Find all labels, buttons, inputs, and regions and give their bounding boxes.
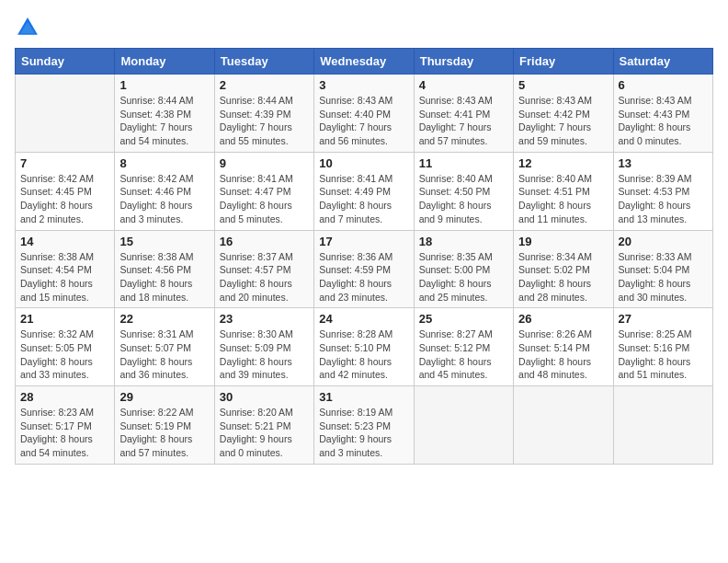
calendar-cell	[414, 386, 513, 465]
day-info: Sunrise: 8:27 AM Sunset: 5:12 PM Dayligh…	[419, 327, 508, 382]
calendar-cell: 7Sunrise: 8:42 AM Sunset: 4:45 PM Daylig…	[16, 152, 115, 230]
calendar-cell: 26Sunrise: 8:26 AM Sunset: 5:14 PM Dayli…	[514, 308, 613, 386]
logo-icon	[15, 15, 40, 40]
calendar-cell: 3Sunrise: 8:43 AM Sunset: 4:40 PM Daylig…	[314, 75, 414, 153]
day-info: Sunrise: 8:44 AM Sunset: 4:39 PM Dayligh…	[220, 94, 309, 148]
day-number: 4	[419, 78, 508, 92]
day-number: 13	[619, 156, 708, 170]
day-number: 26	[518, 312, 608, 326]
calendar-week-row: 14Sunrise: 8:38 AM Sunset: 4:54 PM Dayli…	[16, 230, 713, 308]
page-header	[15, 15, 713, 40]
calendar-cell: 8Sunrise: 8:42 AM Sunset: 4:46 PM Daylig…	[115, 152, 214, 230]
day-number: 9	[220, 156, 309, 170]
day-of-week-header: Monday	[115, 49, 214, 75]
day-number: 6	[619, 78, 708, 92]
calendar-cell	[16, 75, 115, 153]
calendar-cell: 2Sunrise: 8:44 AM Sunset: 4:39 PM Daylig…	[214, 75, 313, 153]
day-info: Sunrise: 8:23 AM Sunset: 5:17 PM Dayligh…	[20, 406, 109, 460]
day-info: Sunrise: 8:43 AM Sunset: 4:42 PM Dayligh…	[518, 94, 608, 148]
day-number: 30	[220, 390, 309, 404]
day-info: Sunrise: 8:33 AM Sunset: 5:04 PM Dayligh…	[619, 250, 708, 304]
day-info: Sunrise: 8:31 AM Sunset: 5:07 PM Dayligh…	[119, 327, 209, 382]
calendar-body: 1Sunrise: 8:44 AM Sunset: 4:38 PM Daylig…	[16, 75, 713, 465]
day-info: Sunrise: 8:41 AM Sunset: 4:49 PM Dayligh…	[319, 172, 408, 226]
calendar-cell: 23Sunrise: 8:30 AM Sunset: 5:09 PM Dayli…	[214, 308, 313, 386]
day-number: 2	[220, 78, 309, 92]
calendar-cell: 25Sunrise: 8:27 AM Sunset: 5:12 PM Dayli…	[414, 308, 513, 386]
calendar-cell: 9Sunrise: 8:41 AM Sunset: 4:47 PM Daylig…	[214, 152, 313, 230]
day-of-week-header: Friday	[514, 49, 613, 75]
calendar-cell: 14Sunrise: 8:38 AM Sunset: 4:54 PM Dayli…	[16, 230, 115, 308]
day-info: Sunrise: 8:37 AM Sunset: 4:57 PM Dayligh…	[220, 250, 309, 304]
day-info: Sunrise: 8:43 AM Sunset: 4:40 PM Dayligh…	[319, 94, 408, 148]
day-number: 20	[619, 235, 708, 248]
day-of-week-header: Saturday	[613, 49, 712, 75]
day-number: 14	[20, 235, 109, 248]
calendar-cell: 24Sunrise: 8:28 AM Sunset: 5:10 PM Dayli…	[314, 308, 414, 386]
day-info: Sunrise: 8:40 AM Sunset: 4:50 PM Dayligh…	[419, 172, 508, 226]
day-number: 22	[119, 312, 209, 326]
calendar-cell: 19Sunrise: 8:34 AM Sunset: 5:02 PM Dayli…	[514, 230, 613, 308]
day-info: Sunrise: 8:22 AM Sunset: 5:19 PM Dayligh…	[119, 406, 209, 460]
calendar-cell	[514, 386, 613, 465]
calendar-cell: 10Sunrise: 8:41 AM Sunset: 4:49 PM Dayli…	[314, 152, 414, 230]
day-number: 31	[319, 390, 408, 404]
day-info: Sunrise: 8:30 AM Sunset: 5:09 PM Dayligh…	[220, 327, 309, 382]
calendar-cell: 12Sunrise: 8:40 AM Sunset: 4:51 PM Dayli…	[514, 152, 613, 230]
day-info: Sunrise: 8:44 AM Sunset: 4:38 PM Dayligh…	[119, 94, 209, 148]
calendar-table: SundayMondayTuesdayWednesdayThursdayFrid…	[15, 48, 713, 465]
calendar-cell: 17Sunrise: 8:36 AM Sunset: 4:59 PM Dayli…	[314, 230, 414, 308]
calendar-cell: 15Sunrise: 8:38 AM Sunset: 4:56 PM Dayli…	[115, 230, 214, 308]
day-of-week-header: Wednesday	[314, 49, 414, 75]
calendar-cell: 4Sunrise: 8:43 AM Sunset: 4:41 PM Daylig…	[414, 75, 513, 153]
day-number: 10	[319, 156, 408, 170]
day-info: Sunrise: 8:41 AM Sunset: 4:47 PM Dayligh…	[220, 172, 309, 226]
day-number: 28	[20, 390, 109, 404]
day-info: Sunrise: 8:19 AM Sunset: 5:23 PM Dayligh…	[319, 406, 408, 460]
day-number: 12	[518, 156, 608, 170]
calendar-cell: 31Sunrise: 8:19 AM Sunset: 5:23 PM Dayli…	[314, 386, 414, 465]
day-number: 16	[220, 235, 309, 248]
day-info: Sunrise: 8:20 AM Sunset: 5:21 PM Dayligh…	[220, 406, 309, 460]
day-number: 27	[619, 312, 708, 326]
calendar-cell: 21Sunrise: 8:32 AM Sunset: 5:05 PM Dayli…	[16, 308, 115, 386]
calendar-cell: 20Sunrise: 8:33 AM Sunset: 5:04 PM Dayli…	[613, 230, 712, 308]
day-info: Sunrise: 8:34 AM Sunset: 5:02 PM Dayligh…	[518, 250, 608, 304]
day-of-week-header: Sunday	[16, 49, 115, 75]
day-number: 25	[419, 312, 508, 326]
calendar-cell: 29Sunrise: 8:22 AM Sunset: 5:19 PM Dayli…	[115, 386, 214, 465]
day-info: Sunrise: 8:42 AM Sunset: 4:46 PM Dayligh…	[119, 172, 209, 226]
day-number: 11	[419, 156, 508, 170]
calendar-cell: 5Sunrise: 8:43 AM Sunset: 4:42 PM Daylig…	[514, 75, 613, 153]
day-number: 21	[20, 312, 109, 326]
day-info: Sunrise: 8:28 AM Sunset: 5:10 PM Dayligh…	[319, 327, 408, 382]
day-number: 29	[119, 390, 209, 404]
calendar-cell: 6Sunrise: 8:43 AM Sunset: 4:43 PM Daylig…	[613, 75, 712, 153]
day-number: 24	[319, 312, 408, 326]
day-number: 15	[119, 235, 209, 248]
day-number: 7	[20, 156, 109, 170]
calendar-week-row: 7Sunrise: 8:42 AM Sunset: 4:45 PM Daylig…	[16, 152, 713, 230]
day-number: 17	[319, 235, 408, 248]
day-info: Sunrise: 8:38 AM Sunset: 4:56 PM Dayligh…	[119, 250, 209, 304]
day-number: 23	[220, 312, 309, 326]
day-of-week-header: Thursday	[414, 49, 513, 75]
calendar-cell: 30Sunrise: 8:20 AM Sunset: 5:21 PM Dayli…	[214, 386, 313, 465]
day-number: 3	[319, 78, 408, 92]
calendar-header: SundayMondayTuesdayWednesdayThursdayFrid…	[16, 49, 713, 75]
calendar-cell: 1Sunrise: 8:44 AM Sunset: 4:38 PM Daylig…	[115, 75, 214, 153]
day-info: Sunrise: 8:38 AM Sunset: 4:54 PM Dayligh…	[20, 250, 109, 304]
logo	[15, 15, 44, 40]
calendar-cell	[613, 386, 712, 465]
day-info: Sunrise: 8:36 AM Sunset: 4:59 PM Dayligh…	[319, 250, 408, 304]
day-info: Sunrise: 8:43 AM Sunset: 4:43 PM Dayligh…	[619, 94, 708, 148]
day-info: Sunrise: 8:26 AM Sunset: 5:14 PM Dayligh…	[518, 327, 608, 382]
day-number: 5	[518, 78, 608, 92]
calendar-cell: 13Sunrise: 8:39 AM Sunset: 4:53 PM Dayli…	[613, 152, 712, 230]
day-info: Sunrise: 8:32 AM Sunset: 5:05 PM Dayligh…	[20, 327, 109, 382]
calendar-cell: 27Sunrise: 8:25 AM Sunset: 5:16 PM Dayli…	[613, 308, 712, 386]
day-info: Sunrise: 8:40 AM Sunset: 4:51 PM Dayligh…	[518, 172, 608, 226]
day-number: 1	[119, 78, 209, 92]
day-info: Sunrise: 8:25 AM Sunset: 5:16 PM Dayligh…	[619, 327, 708, 382]
day-info: Sunrise: 8:42 AM Sunset: 4:45 PM Dayligh…	[20, 172, 109, 226]
